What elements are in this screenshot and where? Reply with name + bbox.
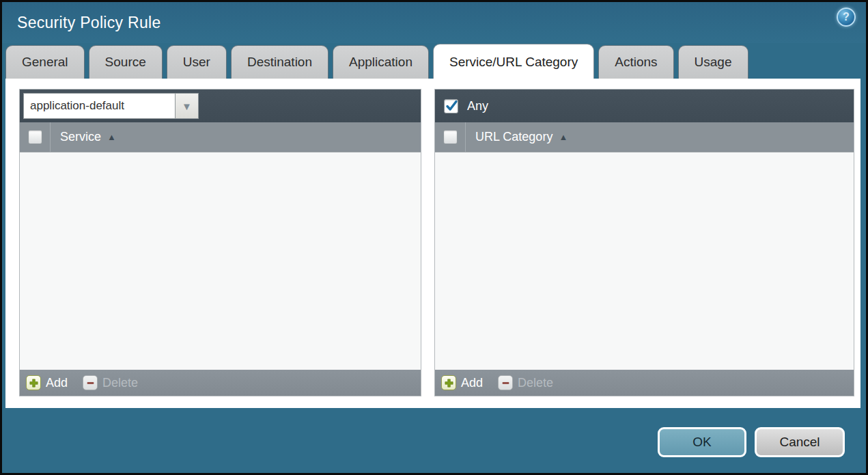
sort-asc-icon[interactable]: ▲	[559, 132, 568, 142]
minus-icon	[83, 375, 98, 390]
service-list-body	[20, 152, 421, 370]
url-category-table-header: URL Category ▲	[435, 122, 854, 152]
tab-actions[interactable]: Actions	[598, 45, 673, 79]
url-category-delete-button[interactable]: Delete	[498, 375, 553, 390]
check-icon	[445, 99, 458, 113]
add-label: Add	[46, 376, 68, 390]
help-icon[interactable]: ?	[837, 8, 856, 27]
cancel-button[interactable]: Cancel	[755, 427, 845, 457]
url-category-select-all-checkbox[interactable]	[443, 130, 458, 144]
url-category-column-label: URL Category	[475, 130, 552, 144]
chevron-down-icon: ▼	[182, 100, 192, 112]
sort-asc-icon[interactable]: ▲	[107, 132, 116, 142]
service-footer: Add Delete	[20, 370, 421, 396]
service-column-label: Service	[60, 130, 101, 144]
tab-general[interactable]: General	[5, 45, 85, 79]
any-label: Any	[467, 99, 488, 113]
tab-user[interactable]: User	[167, 45, 227, 79]
dialog-content: application-default ▼ Service ▲ Add	[5, 79, 860, 408]
ok-button[interactable]: OK	[658, 427, 746, 457]
delete-label: Delete	[102, 376, 138, 390]
help-glyph: ?	[843, 11, 850, 23]
service-add-button[interactable]: Add	[26, 375, 68, 390]
tab-source[interactable]: Source	[89, 45, 163, 79]
url-category-any-bar: Any	[435, 90, 854, 122]
plus-icon	[26, 375, 41, 390]
tab-usage[interactable]: Usage	[678, 45, 748, 79]
service-type-dropdown[interactable]: application-default ▼	[23, 93, 199, 119]
url-category-list-body	[435, 152, 854, 370]
service-panel: application-default ▼ Service ▲ Add	[19, 89, 421, 396]
url-category-footer: Add Delete	[435, 370, 854, 396]
plus-icon	[441, 375, 456, 390]
service-delete-button[interactable]: Delete	[83, 375, 138, 390]
delete-label: Delete	[518, 376, 553, 390]
tab-bar: General Source User Destination Applicat…	[5, 45, 748, 79]
dropdown-arrow-button[interactable]: ▼	[175, 93, 199, 119]
tab-destination[interactable]: Destination	[231, 45, 328, 79]
url-category-select-all-cell	[435, 122, 466, 152]
any-checkbox[interactable]	[444, 99, 458, 113]
url-category-add-button[interactable]: Add	[441, 375, 483, 390]
service-select-all-cell	[20, 122, 51, 152]
service-type-dropdown-value[interactable]: application-default	[23, 93, 175, 119]
url-category-panel: Any URL Category ▲ Add Delete	[434, 89, 854, 396]
dialog-titlebar: Security Policy Rule	[0, 2, 868, 43]
service-select-all-checkbox[interactable]	[28, 130, 42, 144]
service-topbar: application-default ▼	[20, 90, 421, 122]
dialog-title: Security Policy Rule	[17, 14, 161, 32]
tab-service-url-category[interactable]: Service/URL Category	[433, 44, 594, 79]
tab-application[interactable]: Application	[333, 45, 429, 79]
service-table-header: Service ▲	[20, 122, 421, 152]
add-label: Add	[461, 376, 483, 390]
minus-icon	[498, 375, 513, 390]
